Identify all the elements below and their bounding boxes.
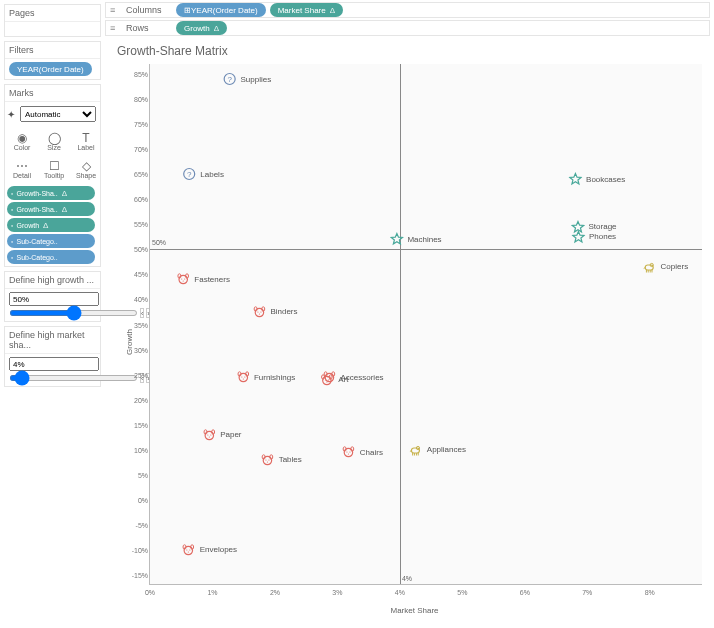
sidebar: Pages Filters YEAR(Order Date) Marks ✦ A…: [0, 0, 105, 628]
y-tick: 85%: [128, 71, 148, 78]
dog-icon: [236, 370, 250, 384]
mark-pill-3[interactable]: ▫Sub-Catego..: [7, 234, 95, 248]
data-point-fasteners[interactable]: Fasteners: [176, 272, 230, 286]
y-tick: 15%: [128, 421, 148, 428]
data-point-envelopes[interactable]: Envelopes: [182, 543, 237, 557]
point-label: Paper: [220, 430, 241, 439]
y-tick: 40%: [128, 296, 148, 303]
pages-title: Pages: [5, 5, 100, 22]
point-label: Copiers: [661, 262, 689, 271]
param2-title: Define high market sha...: [5, 327, 100, 354]
chart-title: Growth-Share Matrix: [109, 42, 704, 64]
mark-pill-2[interactable]: ▫GrowthΔ: [7, 218, 95, 232]
marks-panel: Marks ✦ Automatic ◉Color◯SizeTLabel⋯Deta…: [4, 84, 101, 267]
param-high-growth: Define high growth ... ‹ ›: [4, 271, 101, 322]
mark-btn-label[interactable]: TLabel: [71, 128, 101, 154]
mark-btn-size[interactable]: ◯Size: [39, 128, 69, 154]
data-point-supplies[interactable]: Supplies: [222, 72, 271, 86]
mark-pill-4[interactable]: ▫Sub-Catego..: [7, 250, 95, 264]
mark-btn-detail[interactable]: ⋯Detail: [7, 156, 37, 182]
data-point-accessories[interactable]: Accessories: [322, 370, 383, 384]
question-icon: [222, 72, 236, 86]
columns-icon: ≡: [110, 5, 120, 15]
y-tick: 10%: [128, 446, 148, 453]
param1-input[interactable]: [9, 292, 99, 306]
y-tick: 80%: [128, 96, 148, 103]
param2-input[interactable]: [9, 357, 99, 371]
cow-icon: [409, 443, 423, 457]
col-pill-share[interactable]: Market ShareΔ: [270, 3, 343, 17]
data-point-paper[interactable]: Paper: [202, 428, 241, 442]
point-label: Tables: [279, 455, 302, 464]
y-tick: 60%: [128, 196, 148, 203]
data-point-furnishings[interactable]: Furnishings: [236, 370, 295, 384]
y-tick: 20%: [128, 396, 148, 403]
y-tick: 45%: [128, 271, 148, 278]
param1-title: Define high growth ...: [5, 272, 100, 289]
x-axis-title: Market Share: [390, 606, 438, 615]
mark-btn-color[interactable]: ◉Color: [7, 128, 37, 154]
rows-shelf[interactable]: ≡ Rows GrowthΔ: [105, 20, 710, 36]
y-tick: 35%: [128, 321, 148, 328]
y-tick: 50%: [128, 246, 148, 253]
point-label: Furnishings: [254, 373, 295, 382]
mark-btn-shape[interactable]: ◇Shape: [71, 156, 101, 182]
data-point-tables[interactable]: Tables: [261, 453, 302, 467]
point-label: Envelopes: [200, 545, 237, 554]
point-label: Binders: [270, 307, 297, 316]
star-icon: [571, 230, 585, 244]
data-point-appliances[interactable]: Appliances: [409, 443, 466, 457]
point-label: Appliances: [427, 445, 466, 454]
dog-icon: [322, 370, 336, 384]
x-tick: 2%: [270, 589, 280, 596]
plot-container: Growth Market Share -15%-10%-5%0%5%10%15…: [127, 64, 702, 619]
y-tick: -10%: [128, 546, 148, 553]
dog-icon: [182, 543, 196, 557]
cow-icon: [643, 260, 657, 274]
data-point-machines[interactable]: Machines: [389, 232, 441, 246]
ref-hline-label: 50%: [152, 239, 166, 246]
chart-area: Growth-Share Matrix Growth Market Share …: [105, 36, 714, 628]
columns-shelf[interactable]: ≡ Columns ⊞ YEAR(Order Date) Market Shar…: [105, 2, 710, 18]
main: ≡ Columns ⊞ YEAR(Order Date) Market Shar…: [105, 0, 714, 628]
y-tick: 55%: [128, 221, 148, 228]
star-icon: [568, 172, 582, 186]
marks-title: Marks: [5, 85, 100, 102]
filters-title: Filters: [5, 42, 100, 59]
plot[interactable]: -15%-10%-5%0%5%10%15%20%25%30%35%40%45%5…: [149, 64, 702, 585]
y-tick: 5%: [128, 471, 148, 478]
point-label: Bookcases: [586, 175, 625, 184]
data-point-chairs[interactable]: Chairs: [342, 445, 383, 459]
mark-pill-1[interactable]: ▫Growth-Sha..Δ: [7, 202, 95, 216]
data-point-bookcases[interactable]: Bookcases: [568, 172, 625, 186]
dog-icon: [261, 453, 275, 467]
y-tick: 25%: [128, 371, 148, 378]
point-label: Labels: [200, 170, 224, 179]
y-tick: 75%: [128, 121, 148, 128]
row-pill-growth[interactable]: GrowthΔ: [176, 21, 227, 35]
mark-pill-0[interactable]: ▫Growth-Sha..Δ: [7, 186, 95, 200]
filters-panel: Filters YEAR(Order Date): [4, 41, 101, 80]
dog-icon: [342, 445, 356, 459]
pages-panel: Pages: [4, 4, 101, 37]
data-point-phones[interactable]: Phones: [571, 230, 616, 244]
data-point-labels[interactable]: Labels: [182, 167, 224, 181]
x-tick: 1%: [207, 589, 217, 596]
y-tick: 70%: [128, 146, 148, 153]
mark-btn-tooltip[interactable]: ☐Tooltip: [39, 156, 69, 182]
y-tick: 0%: [128, 496, 148, 503]
point-label: Phones: [589, 232, 616, 241]
data-point-copiers[interactable]: Copiers: [643, 260, 689, 274]
question-icon: [182, 167, 196, 181]
param-high-share: Define high market sha... ‹ ›: [4, 326, 101, 387]
dog-icon: [252, 305, 266, 319]
marks-type-select[interactable]: Automatic: [20, 106, 96, 122]
y-tick: 30%: [128, 346, 148, 353]
point-label: Machines: [407, 235, 441, 244]
col-pill-year[interactable]: ⊞ YEAR(Order Date): [176, 3, 266, 17]
y-tick: 65%: [128, 171, 148, 178]
dog-icon: [176, 272, 190, 286]
y-tick: -15%: [128, 571, 148, 578]
filter-pill-year[interactable]: YEAR(Order Date): [9, 62, 92, 76]
data-point-binders[interactable]: Binders: [252, 305, 297, 319]
